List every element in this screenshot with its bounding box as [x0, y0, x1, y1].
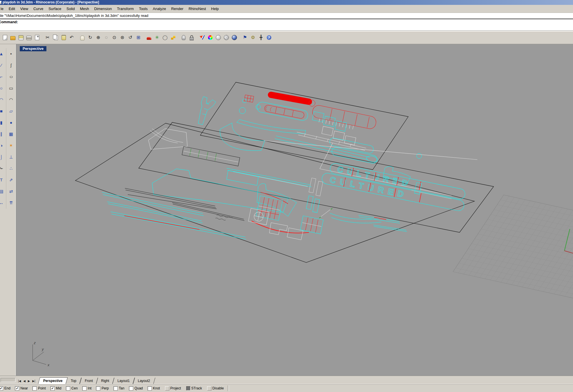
line-icon[interactable]: ∕: [0, 60, 6, 71]
menu-transform[interactable]: Transform: [114, 5, 136, 13]
ghosted-view-icon[interactable]: [222, 34, 230, 42]
part-cyan-arc-band[interactable]: [330, 213, 381, 223]
part-curved-band[interactable]: [237, 119, 306, 134]
part-thin-strips-right[interactable]: [358, 215, 407, 232]
lock-icon[interactable]: [188, 34, 196, 42]
part-long-strips[interactable]: [102, 188, 246, 239]
rendered-view-icon[interactable]: [230, 34, 238, 42]
fillet-icon[interactable]: ⌡: [0, 151, 6, 163]
menu-view[interactable]: View: [18, 5, 31, 13]
shaded-view-icon[interactable]: [214, 34, 222, 42]
osnap-cen-checkbox[interactable]: [66, 386, 70, 391]
menu-mesh[interactable]: Mesh: [77, 5, 92, 13]
sheet-top-outline[interactable]: [200, 82, 408, 170]
circle-icon[interactable]: ○: [0, 83, 6, 94]
zoom-icon[interactable]: ⊕: [94, 34, 102, 42]
save-icon[interactable]: [17, 34, 25, 42]
part-y-piece[interactable]: [198, 97, 216, 125]
part-strip-rect[interactable]: [227, 170, 258, 185]
part-target-square[interactable]: [248, 208, 269, 225]
part-red-divided-bar[interactable]: [311, 104, 377, 130]
extrude-icon[interactable]: ⇈: [7, 197, 15, 209]
perspective-viewport[interactable]: Perspective: [16, 44, 573, 376]
undo-view-icon[interactable]: ↺: [126, 34, 134, 42]
part-white-verticals[interactable]: [309, 178, 323, 196]
copy-icon[interactable]: [52, 34, 60, 42]
menu-render[interactable]: Render: [168, 5, 186, 13]
rectangle-icon[interactable]: ▭: [7, 83, 15, 94]
options-gear-icon[interactable]: ⚙: [249, 34, 257, 42]
point-icon[interactable]: •: [7, 48, 15, 60]
rotate-view-icon[interactable]: ↻: [86, 34, 94, 42]
osnap-mid[interactable]: ✓Mid: [50, 386, 61, 391]
part-rect-trios[interactable]: [309, 111, 359, 145]
text-icon[interactable]: T: [0, 174, 6, 186]
control-point-curve-icon[interactable]: ʃ: [7, 60, 15, 71]
part-red-hatched-pill[interactable]: [271, 95, 309, 102]
flag-icon[interactable]: ⚑: [241, 34, 249, 42]
dimension-icon[interactable]: ↔: [0, 197, 6, 209]
trim-icon[interactable]: ✁: [0, 163, 6, 174]
menu-edit[interactable]: Edit: [6, 5, 17, 13]
sphere-icon[interactable]: ●: [7, 117, 15, 128]
viewport-title[interactable]: Perspective: [20, 46, 46, 51]
osnap-cen[interactable]: Cen: [66, 386, 78, 391]
zoom-extents-icon[interactable]: ⊛: [118, 34, 126, 42]
osnap-knot-checkbox[interactable]: [148, 386, 152, 391]
box-icon[interactable]: ■: [0, 105, 6, 117]
menu-tools[interactable]: Tools: [136, 5, 150, 13]
lightbulb-icon[interactable]: [180, 34, 188, 42]
menu-surface[interactable]: Surface: [46, 5, 64, 13]
part-circle-right[interactable]: [417, 153, 422, 158]
part-white-l-pieces[interactable]: [269, 223, 303, 240]
color-wheel-icon[interactable]: [206, 34, 214, 42]
zoom-selected-icon[interactable]: ⊙: [110, 34, 118, 42]
new-file-icon[interactable]: [1, 34, 9, 42]
undo-icon[interactable]: ↶: [68, 34, 76, 42]
osnap-int[interactable]: Int: [82, 386, 91, 391]
arc-tool-icon[interactable]: ◠: [7, 94, 15, 105]
osnap-perp-checkbox[interactable]: [96, 386, 100, 391]
osnap-disable-box[interactable]: [207, 386, 211, 391]
block-icon[interactable]: ▤: [0, 186, 6, 197]
part-cyan-pills[interactable]: [327, 137, 379, 164]
tab-front[interactable]: Front: [80, 378, 98, 384]
menu-rhinonest[interactable]: RhinoNest: [186, 5, 209, 13]
ellipse-icon[interactable]: ○: [7, 71, 15, 83]
osnap-knot[interactable]: Knot: [148, 386, 160, 391]
part-big-cyan-panel[interactable]: [152, 169, 288, 212]
menu-solid[interactable]: Solid: [64, 5, 77, 13]
sheet-middle-outline[interactable]: [139, 122, 494, 232]
viewport-canvas[interactable]: CULTURED CULTURED: [16, 46, 573, 376]
tab-perspective[interactable]: Perspective: [38, 377, 68, 384]
osnap-tan-checkbox[interactable]: [113, 386, 118, 391]
copy-to-layer-icon[interactable]: [169, 34, 177, 42]
osnap-int-checkbox[interactable]: [82, 386, 87, 391]
menu-file[interactable]: le: [0, 5, 6, 13]
cylinder-icon[interactable]: ▮: [0, 117, 6, 128]
tab-top[interactable]: Top: [66, 378, 82, 384]
bottom-sheet-parts[interactable]: [102, 146, 407, 240]
tab-nav-next[interactable]: ▶: [27, 379, 31, 383]
tab-layout2[interactable]: Layout2: [133, 378, 155, 384]
part-circle-medium[interactable]: [239, 107, 246, 114]
tab-layout1[interactable]: Layout1: [112, 378, 135, 384]
part-red-grid-square[interactable]: [244, 95, 254, 102]
circle-tangent-icon[interactable]: ◯: [161, 34, 169, 42]
command-prompt[interactable]: Command:: [0, 19, 573, 31]
transform-icon[interactable]: ⇄: [7, 186, 15, 197]
select-icon[interactable]: ▲: [0, 48, 6, 60]
osnap-quad[interactable]: Quad: [129, 386, 143, 391]
osnap-disable-button[interactable]: Disable: [207, 386, 224, 391]
osnap-near[interactable]: ✓Near: [15, 386, 28, 391]
osnap-project-button[interactable]: Project: [165, 386, 181, 391]
menu-dimension[interactable]: Dimension: [92, 5, 114, 13]
scale-icon[interactable]: ⇗: [7, 174, 15, 186]
zoom-window-icon[interactable]: ◌: [102, 34, 110, 42]
cut-icon[interactable]: ✂: [44, 34, 52, 42]
help-icon[interactable]: ?: [265, 34, 273, 42]
part-white-fan[interactable]: [148, 129, 187, 149]
title-bar[interactable]: playdoh in 3d.3dm - Rhinoceros (Corporat…: [0, 0, 573, 5]
tab-nav-prev[interactable]: ◀: [22, 379, 26, 383]
part-green-grid-rect[interactable]: [182, 146, 240, 166]
